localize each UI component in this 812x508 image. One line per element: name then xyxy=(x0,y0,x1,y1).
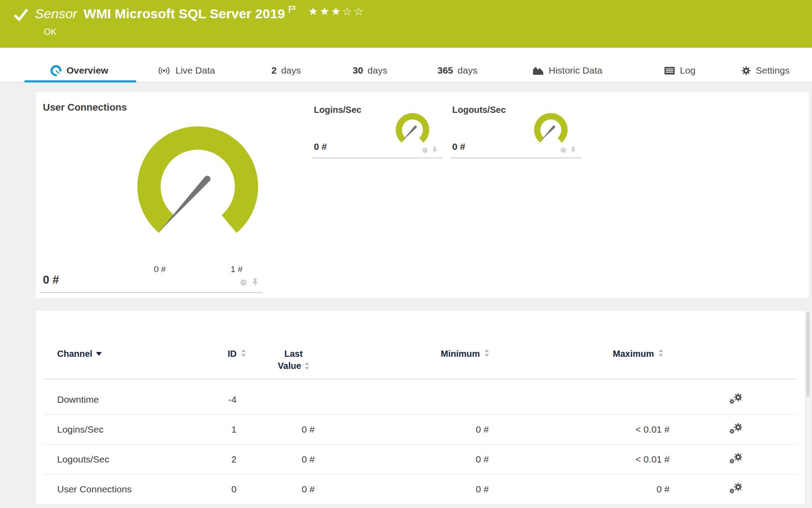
tab-30-days-label: days xyxy=(367,65,387,76)
area-chart-icon xyxy=(532,66,544,76)
priority-flag-icon[interactable] xyxy=(288,5,296,16)
logouts-gear-icon[interactable] xyxy=(560,147,567,154)
tab-log[interactable]: Log xyxy=(664,62,695,78)
row-separator xyxy=(43,504,797,504)
row-separator xyxy=(43,474,797,475)
sensor-status-text: OK xyxy=(44,27,57,37)
logins-gauge xyxy=(391,110,433,152)
logins-gear-icon[interactable] xyxy=(421,147,429,154)
tab-overview-label: Overview xyxy=(67,65,108,76)
tab-2-days-label: days xyxy=(281,65,301,76)
tab-live-data[interactable]: Live Data xyxy=(157,62,215,78)
primary-gauge-underline xyxy=(39,292,262,293)
cell-maximum: < 0.01 # xyxy=(594,454,670,465)
tab-2-days-number: 2 xyxy=(271,65,277,76)
primary-channel-pin-icon[interactable] xyxy=(251,278,259,286)
channel-settings-gears-icon[interactable] xyxy=(729,483,742,495)
tab-30-days[interactable]: 30 days xyxy=(353,62,387,78)
cell-id: -4 xyxy=(192,394,237,405)
gauge-icon xyxy=(50,65,62,77)
gear-icon xyxy=(741,66,751,76)
tab-historic-data[interactable]: Historic Data xyxy=(532,62,602,78)
cell-id: 2 xyxy=(192,454,237,465)
tab-settings-label: Settings xyxy=(756,65,790,76)
broadcast-icon xyxy=(157,66,171,76)
row-separator xyxy=(43,444,797,445)
channels-table-card xyxy=(36,311,809,504)
cell-channel[interactable]: Downtime xyxy=(57,394,99,405)
stars-empty: ☆☆ xyxy=(342,5,365,17)
gauge-needle xyxy=(541,126,555,141)
channel-settings-gears-icon[interactable] xyxy=(729,453,742,465)
cell-minimum: 0 # xyxy=(413,454,489,465)
cell-last-value: 0 # xyxy=(248,424,315,435)
column-header-channel-label: Channel xyxy=(57,349,92,359)
primary-gauge-value: 0 # xyxy=(43,273,59,287)
gauge-needle xyxy=(402,126,417,141)
cell-maximum: 0 # xyxy=(594,484,670,495)
primary-gauge-title: User Connections xyxy=(43,102,127,113)
sort-arrows-icon[interactable] xyxy=(484,349,489,357)
primary-gauge-scale-min: 0 # xyxy=(150,264,170,274)
tab-2-days[interactable]: 2 days xyxy=(271,62,301,78)
logins-underline xyxy=(312,157,443,158)
cell-channel[interactable]: Logouts/Sec xyxy=(57,454,109,465)
tab-365-days[interactable]: 365 days xyxy=(437,62,477,78)
tab-365-days-label: days xyxy=(458,65,477,76)
sort-arrows-icon[interactable] xyxy=(241,349,246,357)
tab-365-days-number: 365 xyxy=(437,65,453,76)
table-header-separator xyxy=(43,379,797,380)
column-header-last-line2: Value xyxy=(278,361,301,371)
sort-arrows-icon[interactable] xyxy=(658,349,663,357)
cell-id: 0 xyxy=(192,484,237,495)
primary-gauge-scale-max: 1 # xyxy=(227,264,246,274)
tab-settings[interactable]: Settings xyxy=(741,62,790,78)
column-header-last-value[interactable]: Last Value xyxy=(266,349,321,371)
column-header-minimum[interactable]: Minimum xyxy=(404,349,480,359)
gauge-needle xyxy=(159,176,211,232)
logouts-gauge xyxy=(530,110,572,152)
cell-channel[interactable]: User Connections xyxy=(57,484,132,495)
list-icon xyxy=(664,66,675,75)
logouts-gauge-value: 0 # xyxy=(452,141,465,152)
priority-stars[interactable]: ★★★☆☆ xyxy=(308,4,365,18)
sensor-title-row: Sensor WMI Microsoft SQL Server 2019 ★★★… xyxy=(13,4,365,21)
cell-minimum: 0 # xyxy=(413,424,489,435)
tab-30-days-number: 30 xyxy=(353,65,363,76)
object-kind-label: Sensor xyxy=(35,6,77,21)
primary-channel-gear-icon[interactable] xyxy=(239,278,248,287)
tab-overview[interactable]: Overview xyxy=(50,62,108,78)
row-separator xyxy=(43,414,797,415)
logouts-pin-icon[interactable] xyxy=(570,146,577,153)
cell-last-value: 0 # xyxy=(248,484,315,495)
sort-desc-icon xyxy=(96,352,102,356)
sort-arrows-icon[interactable] xyxy=(304,362,309,370)
logins-pin-icon[interactable] xyxy=(431,146,438,153)
stars-filled: ★★★ xyxy=(308,5,342,17)
column-header-id[interactable]: ID xyxy=(192,349,237,359)
tab-live-data-label: Live Data xyxy=(175,65,215,76)
logins-gauge-title: Logins/Sec xyxy=(314,105,362,115)
tab-historic-data-label: Historic Data xyxy=(549,65,602,76)
prtg-sensor-page: Sensor WMI Microsoft SQL Server 2019 ★★★… xyxy=(0,0,812,508)
logouts-gauge-title: Logouts/Sec xyxy=(452,105,506,115)
vertical-scrollbar-thumb[interactable] xyxy=(806,312,810,397)
column-header-maximum[interactable]: Maximum xyxy=(578,349,654,359)
logouts-underline xyxy=(451,157,581,158)
sensor-name: WMI Microsoft SQL Server 2019 xyxy=(83,6,285,21)
column-header-last-line1: Last xyxy=(266,349,321,359)
channel-settings-gears-icon[interactable] xyxy=(729,393,742,405)
cell-id: 1 xyxy=(192,424,237,435)
cell-last-value: 0 # xyxy=(248,454,315,465)
logins-gauge-value: 0 # xyxy=(314,141,327,152)
cell-maximum: < 0.01 # xyxy=(594,424,670,435)
cell-channel[interactable]: Logins/Sec xyxy=(57,424,104,435)
status-ok-check-icon xyxy=(13,8,29,21)
channel-settings-gears-icon[interactable] xyxy=(729,423,742,435)
cell-minimum: 0 # xyxy=(413,484,489,495)
user-connections-gauge xyxy=(133,125,262,236)
column-header-channel[interactable]: Channel xyxy=(57,349,102,359)
tab-log-label: Log xyxy=(680,65,695,76)
